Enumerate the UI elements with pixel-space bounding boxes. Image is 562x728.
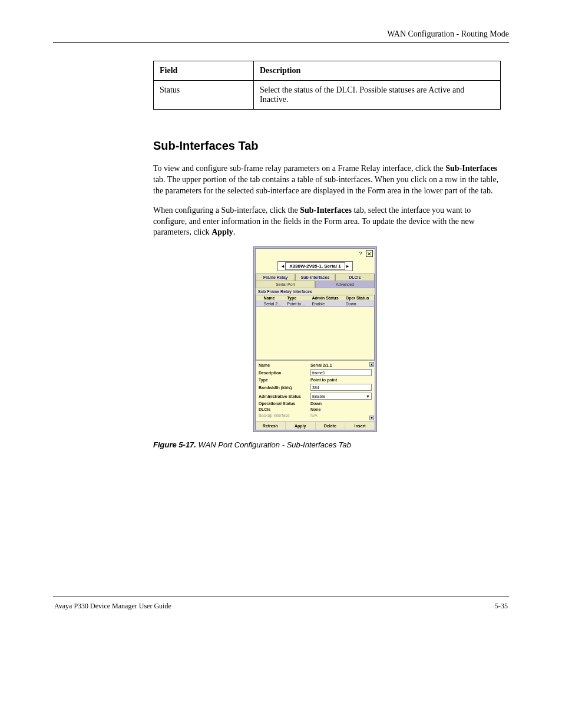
label-admin-status: Administrative Status [259,394,310,398]
input-description[interactable]: frame1 [310,369,372,376]
gui-window: ? ✕ ◂ X330W-2V35-1, Serial 1 ▸ Frame Rel… [253,246,377,432]
cell-type: Point to ... [285,301,310,307]
delete-button[interactable]: Delete [316,422,346,430]
table-row: Status Select the status of the DLCI. Po… [154,81,501,110]
form-scrollbar-bottom[interactable]: ▼ [369,416,374,420]
col-description: Description [254,61,501,81]
figure-wan-sub-interfaces: ? ✕ ◂ X330W-2V35-1, Serial 1 ▸ Frame Rel… [253,246,509,432]
gui-title-text: X330W-2V35-1, Serial 1 [285,262,345,270]
figure-caption-label: Figure 5-17. [153,440,196,449]
page-header-right: WAN Configuration - Routing Mode [53,29,509,39]
label-name: Name [259,363,310,367]
page-footer: Avaya P330 Device Manager User Guide 5-3… [53,602,509,611]
col-name: Name [262,295,286,301]
mini-table-header: Name Type Admin Status Oper Status [256,295,375,301]
tab-sub-interfaces[interactable]: Sub-Interfaces [295,274,335,281]
cell-admin: Enable [310,301,343,307]
scroll-down-icon[interactable]: ▼ [369,416,374,420]
help-icon[interactable]: ? [357,250,364,257]
tabs-row-1: Frame Relay Sub-Interfaces DLCIs [256,274,375,281]
label-bandwidth: Bandwidth (kb/s) [259,386,310,390]
form-scrollbar[interactable]: ▲ [369,362,374,367]
table-header-row: Field Description [154,61,501,81]
sub-interface-table[interactable]: Name Type Admin Status Oper Status Seria… [256,295,375,307]
label-oper-status: Operational Status [259,401,310,406]
select-admin-value: Enable [312,394,325,398]
p2-bold-2: Apply [211,228,233,236]
input-bandwidth[interactable]: 384 [310,384,372,391]
section-heading: Sub-Interfaces Tab [153,139,509,153]
table-row[interactable]: Serial 2... Point to ... Enable Down [256,301,375,307]
mini-table-empty-area [256,307,375,360]
p2-part-e: . [233,228,236,236]
tab-dlcis[interactable]: DLCIs [335,274,375,281]
cell-description: Select the status of the DLCI. Possible … [254,81,501,110]
col-field: Field [154,61,254,81]
config-table: Field Description Status Select the stat… [153,61,501,110]
paragraph-2: When configuring a Sub-interface, click … [153,205,503,239]
p1-part-c: tab. The upper portion of the tab contai… [153,175,498,195]
refresh-button[interactable]: Refresh [256,422,286,430]
tab-frame-relay[interactable]: Frame Relay [256,274,295,281]
config-table-block: Field Description Status Select the stat… [153,61,509,110]
footer-rule [53,597,509,597]
button-row: Refresh Apply Delete Insert [256,421,375,430]
figure-caption-text: WAN Port Configuration - Sub-Interfaces … [199,440,351,449]
paragraph-1: To view and configure sub-frame relay pa… [153,163,503,197]
chevron-down-icon: ▼ [366,394,370,398]
figure-caption: Figure 5-17. WAN Port Configuration - Su… [153,440,509,449]
p1-bold: Sub-Interfaces [445,164,497,173]
value-name: Serial 2/1.1 [310,363,372,367]
footer-right: 5-35 [495,602,508,611]
p2-bold-1: Sub-Interfaces [300,206,352,215]
label-type: Type [259,378,310,382]
form-area: ▲ Name Serial 2/1.1 Description frame1 T… [256,360,375,421]
footer-left: Avaya P330 Device Manager User Guide [54,602,171,611]
col-oper-status: Oper Status [344,295,375,301]
tab-advanced[interactable]: Advanced [315,281,375,288]
tab-serial-port[interactable]: Serial Port [256,281,315,288]
label-backup-interface: Backup Interface [259,413,310,417]
p2-part-a: When configuring a Sub-interface, click … [153,206,300,215]
col-type: Type [285,295,310,301]
header-rule [53,42,509,43]
subsection-label: Sub Frame Relay Interfaces [256,288,375,295]
cell-field: Status [154,81,254,110]
label-dlcis: DLCIs [259,407,310,411]
value-dlcis: None [310,407,372,411]
value-backup-interface: N/A [310,413,372,417]
label-description: Description [259,371,310,375]
tabs-row-2: Serial Port Advanced [256,281,375,288]
select-admin-status[interactable]: Enable ▼ [310,393,372,400]
gui-title-bar: ◂ X330W-2V35-1, Serial 1 ▸ [256,259,375,271]
col-admin-status: Admin Status [310,295,343,301]
insert-button[interactable]: Insert [345,422,375,430]
p1-part-a: To view and configure sub-frame relay pa… [153,164,445,173]
value-type: Point to point [310,378,372,382]
apply-button[interactable]: Apply [286,422,316,430]
cell-name: Serial 2... [262,301,286,307]
value-oper-status: Down [310,401,372,406]
gui-topbar: ? ✕ [256,249,375,258]
scroll-up-icon[interactable]: ▲ [369,362,374,367]
cell-oper: Down [344,301,375,307]
close-icon[interactable]: ✕ [366,250,373,257]
